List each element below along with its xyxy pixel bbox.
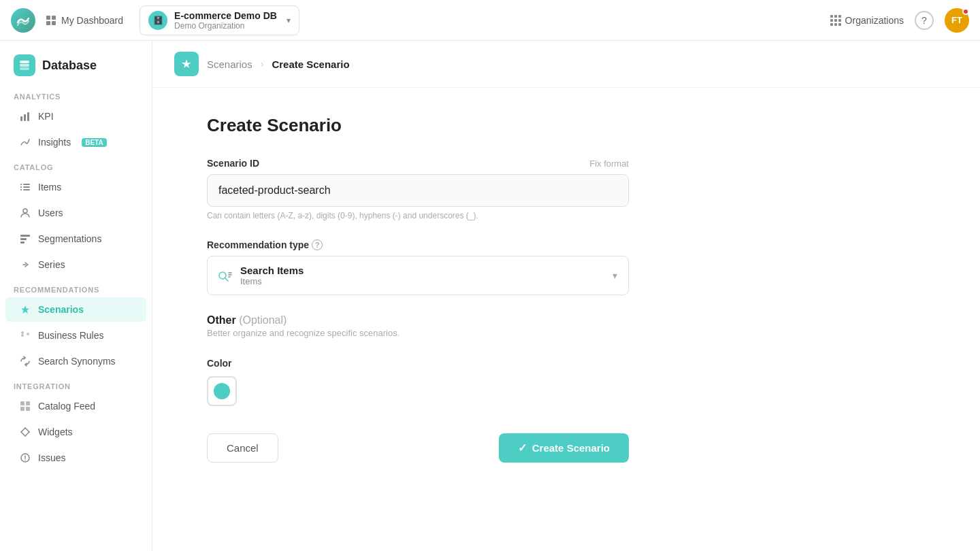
search-items-icon <box>218 269 232 282</box>
rec-type-title: Search Items <box>240 265 304 276</box>
svg-point-17 <box>21 334 24 337</box>
svg-point-18 <box>27 333 29 335</box>
rec-dropdown-left: Search Items Items <box>218 265 304 286</box>
svg-rect-15 <box>20 241 24 244</box>
sidebar-item-catalog-feed[interactable]: Catalog Feed <box>5 394 146 418</box>
create-scenario-button[interactable]: ✓ Create Scenario <box>499 433 629 463</box>
breadcrumb-parent[interactable]: Scenarios <box>207 59 252 70</box>
beta-badge: BETA <box>82 138 106 147</box>
rec-type-sub: Items <box>240 276 304 286</box>
scenario-id-field: Scenario ID Fix format Can contain lette… <box>207 158 629 220</box>
svg-rect-0 <box>20 61 29 63</box>
catalog-feed-label: Catalog Feed <box>38 401 95 412</box>
svg-point-12 <box>23 209 27 213</box>
sidebar-item-scenarios[interactable]: Scenarios <box>5 297 146 322</box>
user-icon <box>19 207 31 219</box>
svg-rect-20 <box>26 401 30 405</box>
sidebar-db-icon <box>14 54 35 76</box>
db-icon: 🗄️ <box>148 11 167 30</box>
scenario-id-header: Scenario ID Fix format <box>207 158 629 169</box>
orgs-grid-icon <box>830 15 841 26</box>
breadcrumb-separator: › <box>261 59 264 69</box>
widgets-label: Widgets <box>38 427 73 437</box>
dashboard-grid-icon <box>46 16 56 25</box>
help-icon[interactable]: ? <box>312 239 323 250</box>
help-button[interactable]: ? <box>915 11 934 30</box>
recommendation-type-field: Recommendation type ? <box>207 239 629 295</box>
db-selector[interactable]: 🗄️ E-commerce Demo DB Demo Organization … <box>140 5 299 35</box>
main-content: Scenarios › Create Scenario Create Scena… <box>152 41 980 551</box>
svg-rect-2 <box>20 67 29 70</box>
synonyms-icon <box>19 355 31 367</box>
svg-rect-11 <box>23 189 30 190</box>
organizations-link[interactable]: Organizations <box>830 15 904 26</box>
sidebar-item-series[interactable]: Series <box>5 252 146 277</box>
star-icon <box>19 303 31 316</box>
rec-type-header: Recommendation type ? <box>207 239 629 250</box>
svg-rect-14 <box>20 238 27 240</box>
sidebar-item-segmentations[interactable]: Segmentations <box>5 227 146 251</box>
bar-chart-icon <box>19 110 31 122</box>
sidebar-item-items[interactable]: Items <box>5 175 146 199</box>
svg-point-16 <box>21 331 24 334</box>
dropdown-chevron-icon: ▾ <box>612 270 617 281</box>
db-info: E-commerce Demo DB Demo Organization <box>174 10 277 31</box>
checkmark-icon: ✓ <box>518 441 527 454</box>
svg-rect-9 <box>23 186 30 188</box>
sidebar-item-insights[interactable]: Insights BETA <box>5 130 146 154</box>
breadcrumb: Scenarios › Create Scenario <box>152 41 980 88</box>
create-scenario-form: Create Scenario Scenario ID Fix format C… <box>152 88 765 490</box>
sidebar-header: Database <box>0 41 152 84</box>
sidebar-item-issues[interactable]: Issues <box>5 446 146 470</box>
svg-rect-22 <box>26 407 30 411</box>
section-catalog: CATALOG <box>0 155 152 174</box>
kpi-label: KPI <box>38 111 54 122</box>
color-swatch[interactable] <box>207 376 237 406</box>
catalog-icon <box>19 400 31 412</box>
scenario-id-input[interactable] <box>207 174 629 207</box>
avatar[interactable]: FT <box>945 8 969 33</box>
segment-icon <box>19 233 31 245</box>
scenario-id-hint: Can contain letters (A-Z, a-z), digits (… <box>207 211 629 220</box>
rec-dropdown-text: Search Items Items <box>240 265 304 286</box>
section-recommendations: RECOMMENDATIONS <box>0 278 152 297</box>
svg-rect-19 <box>20 401 24 405</box>
page-title: Create Scenario <box>207 115 629 136</box>
svg-rect-4 <box>24 114 26 121</box>
scenarios-label: Scenarios <box>38 304 84 315</box>
sidebar-item-search-synonyms[interactable]: Search Synonyms <box>5 349 146 373</box>
svg-rect-5 <box>27 112 29 121</box>
sidebar: Database ANALYTICS KPI Insights BETA <box>0 41 152 551</box>
issues-label: Issues <box>38 452 65 463</box>
svg-rect-7 <box>23 184 30 185</box>
rec-type-dropdown[interactable]: Search Items Items ▾ <box>207 256 629 295</box>
insights-label: Insights <box>38 137 71 148</box>
breadcrumb-icon <box>174 52 199 76</box>
issues-icon <box>19 452 31 464</box>
business-rules-label: Business Rules <box>38 330 104 341</box>
svg-rect-21 <box>20 407 24 411</box>
series-label: Series <box>38 259 65 270</box>
sidebar-item-users[interactable]: Users <box>5 201 146 225</box>
chevron-down-icon: ▾ <box>287 16 291 25</box>
svg-rect-1 <box>20 64 29 67</box>
widgets-icon <box>19 426 31 438</box>
sidebar-item-widgets[interactable]: Widgets <box>5 420 146 444</box>
rec-type-label-group: Recommendation type ? <box>207 239 323 250</box>
svg-rect-10 <box>20 189 22 190</box>
sidebar-item-kpi[interactable]: KPI <box>5 104 146 129</box>
app-logo <box>11 8 35 33</box>
list-icon <box>19 181 31 193</box>
svg-rect-13 <box>20 235 30 237</box>
my-dashboard-link[interactable]: My Dashboard <box>46 15 123 26</box>
search-synonyms-label: Search Synonyms <box>38 356 116 367</box>
form-actions: Cancel ✓ Create Scenario <box>207 433 629 463</box>
cancel-button[interactable]: Cancel <box>207 433 278 463</box>
users-label: Users <box>38 207 63 218</box>
other-title: Other (Optional) <box>207 314 629 327</box>
rec-type-label: Recommendation type <box>207 239 309 250</box>
sidebar-item-business-rules[interactable]: Business Rules <box>5 323 146 348</box>
items-label: Items <box>38 182 61 193</box>
fix-format-link[interactable]: Fix format <box>589 158 629 169</box>
insights-icon <box>19 136 31 148</box>
